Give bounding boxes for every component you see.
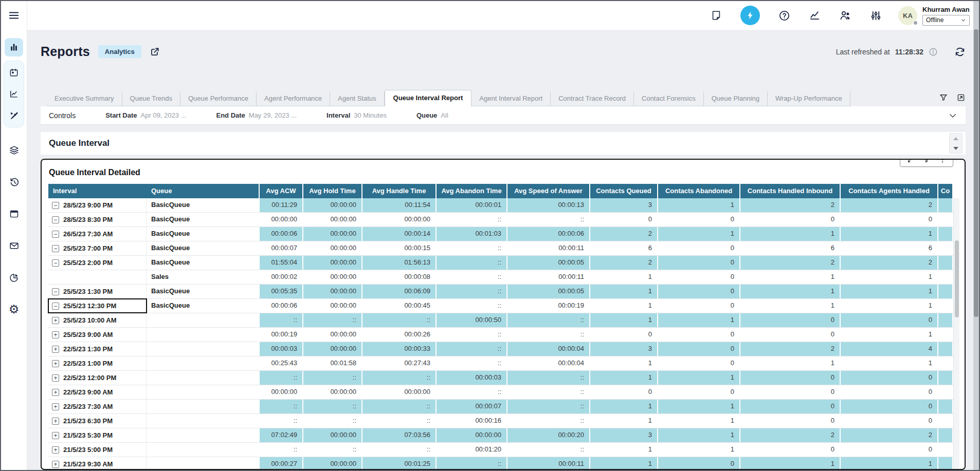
sidebar-item-layers[interactable] [5, 141, 23, 159]
value-cell[interactable]: 1 [590, 400, 658, 413]
page-scrollbar-thumb[interactable] [974, 29, 978, 317]
interval-cell[interactable]: −25/5/23 12:30 PM [48, 299, 147, 313]
value-cell[interactable]: 00:05:35 [260, 285, 303, 298]
expand-row-icon[interactable]: + [52, 331, 59, 338]
column-header-avg-acw[interactable]: Avg ACW [260, 184, 303, 198]
value-cell[interactable]: 00:00:04 [507, 342, 590, 356]
value-cell[interactable]: 00:00:00 [303, 198, 362, 212]
value-cell[interactable]: 0 [841, 313, 938, 327]
value-cell[interactable]: 00:06:09 [362, 285, 437, 298]
tab-queue-performance[interactable]: Queue Performance [180, 91, 257, 106]
sliders-icon[interactable] [870, 10, 882, 22]
value-cell[interactable]: 0 [590, 213, 658, 227]
expand-row-icon[interactable]: + [52, 418, 59, 425]
more-options-icon[interactable] [938, 159, 947, 164]
value-cell[interactable]: 00:00:15 [362, 241, 437, 255]
value-cell[interactable]: 01:56:13 [362, 256, 437, 270]
sidebar-item-trends[interactable] [6, 86, 22, 102]
tab-queue-trends[interactable]: Queue Trends [122, 91, 180, 106]
interval-cell[interactable]: +21/5/23 5:00 PM [48, 443, 147, 457]
value-cell[interactable]: 00:00:07 [260, 241, 303, 255]
value-cell[interactable]: 0 [658, 241, 740, 255]
value-cell[interactable]: :: [437, 285, 507, 298]
value-cell[interactable]: 00:00:04 [507, 356, 590, 370]
value-cell[interactable]: 1 [658, 313, 740, 327]
value-cell[interactable]: 2 [740, 342, 841, 356]
value-cell[interactable]: 00:00:26 [362, 328, 437, 342]
sidebar-item-browser[interactable] [5, 204, 23, 223]
value-cell[interactable]: 0 [740, 414, 841, 428]
interval-cell[interactable]: +21/5/23 9:30 AM [48, 457, 147, 470]
value-cell[interactable]: 00:00:00 [303, 227, 362, 241]
status-select[interactable]: Offline [922, 15, 970, 26]
value-cell[interactable]: 2 [841, 428, 938, 442]
value-cell[interactable]: 00:00:11 [507, 457, 590, 470]
value-cell[interactable]: 0 [658, 342, 740, 356]
queue-cell[interactable]: BasicQueue [147, 256, 260, 270]
expand-row-icon[interactable]: + [52, 374, 59, 382]
value-cell[interactable]: :: [260, 400, 303, 413]
value-cell[interactable]: 00:00:00 [362, 213, 437, 227]
tab-agent-performance[interactable]: Agent Performance [257, 91, 330, 106]
value-cell[interactable]: 00:11:29 [260, 198, 303, 212]
value-cell[interactable]: 4 [841, 342, 938, 356]
value-cell[interactable]: 0 [658, 328, 740, 342]
value-cell[interactable]: 00:00:20 [507, 428, 590, 442]
sidebar-item-mail[interactable] [5, 236, 23, 255]
value-cell[interactable]: 00:25:43 [260, 356, 303, 370]
value-cell[interactable]: 0 [740, 328, 841, 342]
value-cell[interactable]: 1 [740, 356, 841, 370]
value-cell[interactable]: 00:00:00 [362, 385, 437, 399]
value-cell[interactable]: 0 [590, 385, 658, 399]
value-cell[interactable]: 1 [841, 356, 938, 370]
value-cell[interactable]: :: [437, 328, 507, 342]
value-cell[interactable]: :: [437, 457, 507, 470]
value-cell[interactable]: 1 [658, 371, 740, 385]
value-cell[interactable]: 00:01:20 [437, 443, 507, 457]
queue-cell[interactable]: BasicQueue [147, 198, 260, 212]
value-cell[interactable]: 00:00:00 [303, 241, 362, 255]
value-cell[interactable]: :: [362, 313, 437, 327]
expand-row-icon[interactable]: + [52, 346, 59, 353]
collapse-row-icon[interactable]: − [52, 245, 59, 252]
value-cell[interactable]: 0 [658, 356, 740, 370]
queue-cell[interactable] [147, 428, 260, 442]
queue-cell[interactable]: BasicQueue [147, 241, 260, 255]
expand-row-icon[interactable]: + [52, 446, 59, 454]
value-cell[interactable]: 0 [841, 213, 938, 227]
value-cell[interactable]: :: [507, 213, 590, 227]
collapse-row-icon[interactable]: − [52, 216, 59, 223]
value-cell[interactable]: 00:00:00 [437, 428, 507, 442]
value-cell[interactable]: 1 [590, 414, 658, 428]
value-cell[interactable]: 00:00:33 [362, 342, 437, 356]
table-scrollbar-thumb[interactable] [955, 240, 959, 317]
value-cell[interactable]: 0 [658, 299, 740, 313]
control-value[interactable]: May 29, 2023 ... [249, 111, 297, 119]
section-scrollbar[interactable] [949, 133, 963, 154]
value-cell[interactable]: 0 [841, 400, 938, 413]
value-cell[interactable]: :: [260, 371, 303, 385]
value-cell[interactable]: 0 [658, 285, 740, 298]
value-cell[interactable]: :: [437, 342, 507, 356]
help-icon[interactable] [778, 10, 790, 22]
interval-cell[interactable]: −25/5/23 7:00 PM [48, 241, 147, 255]
people-icon[interactable] [839, 9, 851, 22]
value-cell[interactable]: 00:01:58 [303, 356, 362, 370]
queue-cell[interactable] [147, 443, 260, 457]
scroll-up-icon[interactable] [950, 134, 962, 143]
value-cell[interactable]: 00:00:07 [437, 400, 507, 413]
queue-cell[interactable] [147, 385, 260, 399]
interval-cell[interactable]: +22/5/23 9:00 AM [48, 385, 147, 399]
interval-cell[interactable]: −25/5/23 2:00 PM [48, 256, 147, 270]
tab-contact-forensics[interactable]: Contact Forensics [634, 91, 704, 106]
tab-wrap-up-performance[interactable]: Wrap-Up Performance [768, 91, 850, 106]
control-value[interactable]: All [441, 111, 448, 119]
value-cell[interactable]: 00:00:00 [303, 428, 362, 442]
queue-cell[interactable]: BasicQueue [147, 285, 260, 298]
value-cell[interactable]: 1 [740, 270, 841, 284]
value-cell[interactable]: 00:00:00 [303, 342, 362, 356]
value-cell[interactable]: 0 [841, 371, 938, 385]
interval-cell[interactable]: +21/5/23 5:30 PM [48, 428, 147, 442]
value-cell[interactable]: 1 [740, 285, 841, 298]
value-cell[interactable]: 1 [841, 328, 938, 342]
